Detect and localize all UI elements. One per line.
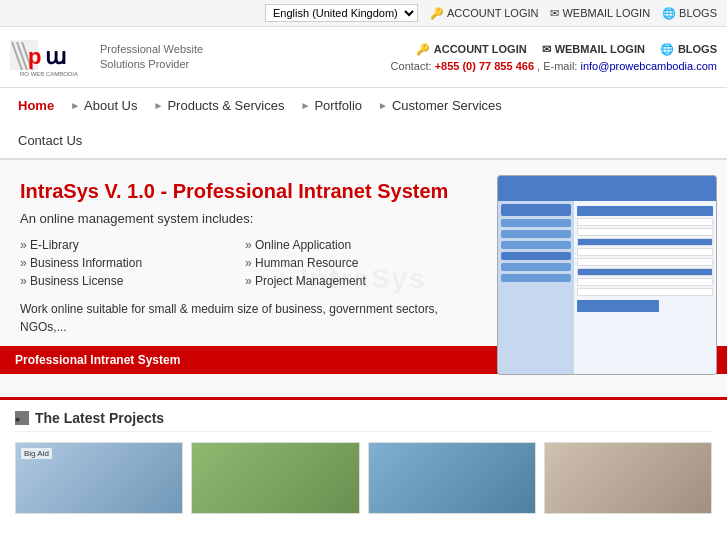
latest-projects: ▪ The Latest Projects Big Aid [0,400,727,524]
nav-item-contact[interactable]: Contact Us [10,123,717,158]
arrow-icon-products: ► [154,100,164,111]
sidebar-item-home[interactable]: Home [10,88,62,123]
nav-item-customer[interactable]: ► Customer Services [370,88,510,123]
header: p ա RO WEB CAMBODIA Professional Website… [0,27,727,88]
hero-image [497,175,717,375]
hero-content: IntraSys V. 1.0 - Professional Intranet … [0,160,480,346]
nav-about[interactable]: ► About Us [62,88,145,123]
mock-row-2 [577,228,713,236]
blogs-header-label: BLOGS [678,43,717,55]
mock-main [574,201,716,374]
nav-list: Home ► About Us ► Products & Services ► … [10,88,717,158]
mail-icon: ✉ [550,7,559,20]
key-icon-header: 🔑 [416,43,430,56]
blogs-link[interactable]: 🌐 BLOGS [662,7,717,20]
feature-3: Business Information [20,256,235,270]
nav-about-label: About Us [84,98,137,113]
account-login-header-label: ACCOUNT LOGIN [434,43,527,55]
mock-header [498,176,716,201]
slider-label: Professional Intranet System [15,353,180,367]
nav-customer[interactable]: ► Customer Services [370,88,510,123]
mock-row-5 [577,258,713,266]
header-links: 🔑 ACCOUNT LOGIN ✉ WEBMAIL LOGIN 🌐 BLOGS [416,43,717,56]
account-login-label: ACCOUNT LOGIN [447,7,538,19]
section-title-text: The Latest Projects [35,410,164,426]
svg-text:RO WEB CAMBODIA: RO WEB CAMBODIA [20,71,78,77]
arrow-icon-about: ► [70,100,80,111]
nav-portfolio[interactable]: ► Portfolio [292,88,370,123]
project-thumb-1: Big Aid [16,443,182,513]
nav-contact[interactable]: Contact Us [10,123,717,158]
webmail-login-header-link[interactable]: ✉ WEBMAIL LOGIN [542,43,645,56]
blogs-header-link[interactable]: 🌐 BLOGS [660,43,717,56]
mock-screenshot [498,176,716,374]
hero-section: IntraSys IntraSys V. 1.0 - Professional … [0,160,727,400]
mock-sidebar [498,201,574,374]
key-icon: 🔑 [430,7,444,20]
nav-item-about[interactable]: ► About Us [62,88,145,123]
nav-contact-label: Contact Us [18,133,82,148]
webmail-login-link[interactable]: ✉ WEBMAIL LOGIN [550,7,650,20]
mock-row-4 [577,248,713,256]
hero-description: Work online suitable for small & meduim … [20,300,460,336]
mock-row-3 [577,238,713,246]
logo[interactable]: p ա RO WEB CAMBODIA [10,32,90,82]
nav-item-portfolio[interactable]: ► Portfolio [292,88,370,123]
feature-2: Online Application [245,238,460,252]
account-login-link[interactable]: 🔑 ACCOUNT LOGIN [430,7,538,20]
contact-email[interactable]: info@prowebcambodia.com [580,60,717,72]
hero-features-grid: E-Library Online Application Business In… [20,238,460,288]
arrow-icon-customer: ► [378,100,388,111]
hero-title: IntraSys V. 1.0 - Professional Intranet … [20,180,460,203]
mock-row-6 [577,268,713,276]
webmail-login-label: WEBMAIL LOGIN [562,7,650,19]
language-select[interactable]: English (United Kingdom) [265,4,418,22]
project-card-4[interactable] [544,442,712,514]
feature-1: E-Library [20,238,235,252]
blogs-label: BLOGS [679,7,717,19]
email-label: , E-mail: [537,60,580,72]
project-card-3[interactable] [368,442,536,514]
globe-icon: 🌐 [662,7,676,20]
account-login-header-link[interactable]: 🔑 ACCOUNT LOGIN [416,43,527,56]
nav-home[interactable]: Home [10,88,62,123]
top-bar-right: English (United Kingdom) 🔑 ACCOUNT LOGIN… [265,4,717,22]
project-card-2[interactable] [191,442,359,514]
mock-body [498,201,716,374]
section-icon: ▪ [15,411,29,425]
project-thumb-2 [192,443,358,513]
mail-icon-header: ✉ [542,43,551,56]
nav-item-products[interactable]: ► Products & Services [146,88,293,123]
contact-label: Contact: [391,60,432,72]
project-thumb-4 [545,443,711,513]
logo-line1: Professional Website [100,42,203,57]
mock-row-1 [577,218,713,226]
section-title: ▪ The Latest Projects [15,410,712,432]
feature-6: Project Management [245,274,460,288]
nav-portfolio-label: Portfolio [314,98,362,113]
mock-row-7 [577,278,713,286]
svg-text:p: p [28,44,41,69]
arrow-icon-portfolio: ► [300,100,310,111]
nav-products[interactable]: ► Products & Services [146,88,293,123]
feature-4: Humman Resource [245,256,460,270]
logo-text: Professional Website Solutions Provider [100,42,203,73]
mock-row-8 [577,288,713,296]
hero-subtitle: An online management system includes: [20,211,460,226]
contact-phone[interactable]: +855 (0) 77 855 466 [435,60,534,72]
top-bar: English (United Kingdom) 🔑 ACCOUNT LOGIN… [0,0,727,27]
nav-customer-label: Customer Services [392,98,502,113]
projects-grid: Big Aid [15,442,712,514]
header-right: 🔑 ACCOUNT LOGIN ✉ WEBMAIL LOGIN 🌐 BLOGS … [391,43,717,72]
project-card-1[interactable]: Big Aid [15,442,183,514]
contact-bar: Contact: +855 (0) 77 855 466 , E-mail: i… [391,60,717,72]
project-thumb-3 [369,443,535,513]
logo-line2: Solutions Provider [100,57,203,72]
globe-icon-header: 🌐 [660,43,674,56]
webmail-login-header-label: WEBMAIL LOGIN [555,43,645,55]
svg-text:ա: ա [45,44,66,69]
feature-5: Business License [20,274,235,288]
navigation: Home ► About Us ► Products & Services ► … [0,88,727,160]
nav-products-label: Products & Services [167,98,284,113]
logo-area: p ա RO WEB CAMBODIA Professional Website… [10,32,391,82]
